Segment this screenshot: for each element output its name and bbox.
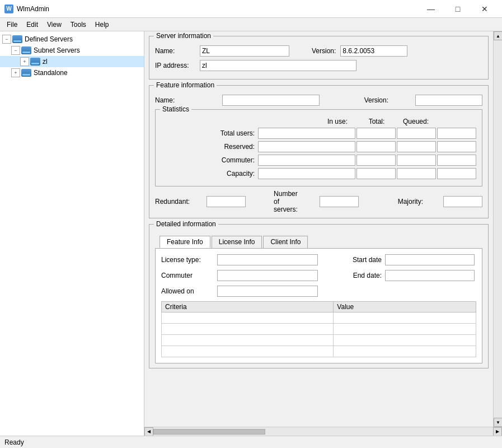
commuter-detail-label: Commuter [161,272,217,279]
scroll-track[interactable] [494,40,502,418]
feature-name-input[interactable] [222,95,320,106]
tab-content-feature-info: License type: Start date Commuter [155,248,482,363]
tree-item-zl[interactable]: + zl [0,56,144,67]
start-date-input[interactable] [385,254,475,265]
ip-input[interactable] [200,60,356,71]
right-panel-content: Server information Name: Version: IP add… [144,31,493,427]
allowed-on-label: Allowed on [161,287,217,295]
commuter-detail-row: Commuter End date: [161,270,476,281]
capacity-queued[interactable] [437,168,476,179]
version-label: Version: [312,47,336,55]
main-layout: − Defined Servers − Subnet Servers + zl [0,31,502,436]
tree-label-standalone: Standalone [34,69,68,77]
commuter-detail-input[interactable] [217,270,318,281]
menu-tools[interactable]: Tools [66,20,91,30]
feature-version-input[interactable] [415,95,482,106]
hscroll-track[interactable] [153,429,493,435]
majority-input[interactable] [443,196,482,207]
total-users-inuse[interactable] [356,128,396,139]
tab-license-info[interactable]: License Info [212,236,262,248]
table-row [162,312,476,324]
license-type-label: License type: [161,256,217,264]
tab-client-info[interactable]: Client Info [263,236,308,248]
tree-label-defined-servers: Defined Servers [25,35,73,43]
app-icon-letter: W [6,6,11,12]
tree-item-subnet-servers[interactable]: − Subnet Servers [0,45,144,56]
commuter-total[interactable] [397,155,436,166]
toggle-standalone[interactable]: + [11,68,20,77]
scroll-right-btn[interactable]: ▶ [493,427,502,436]
server-info-group: Server information Name: Version: IP add… [149,36,489,80]
reserved-total[interactable] [397,141,436,152]
server-name-label: Name: [155,47,200,55]
commuter-stats-label: Commuter: [161,156,258,164]
menu-edit[interactable]: Edit [22,20,43,30]
status-text: Ready [4,438,24,446]
end-date-label: End date: [340,272,385,279]
criteria-table-head: Criteria Value [162,302,476,312]
table-row [162,346,476,357]
menu-help[interactable]: Help [91,20,114,30]
feature-version-label: Version: [364,96,388,104]
allowed-on-row: Allowed on [161,286,476,297]
allowed-on-input[interactable] [217,286,318,297]
scroll-up-btn[interactable]: ▲ [494,31,502,40]
window-title: WlmAdmin [17,5,418,13]
right-panel-inner: Server information Name: Version: IP add… [144,31,502,427]
scroll-left-btn[interactable]: ◀ [144,427,153,436]
tree-item-defined-servers[interactable]: − Defined Servers [0,34,144,45]
server-icon-defined [12,35,22,43]
capacity-inuse[interactable] [356,168,396,179]
value-col-header: Value [334,302,476,312]
tree-label-zl: zl [43,58,48,66]
hscroll-thumb[interactable] [153,429,265,435]
tree-item-standalone[interactable]: + Standalone [0,67,144,78]
license-type-row: License type: Start date [161,254,476,265]
statistics-box: Statistics In use: Total: Queued: [155,109,482,186]
titlebar-controls: — □ ✕ [418,0,498,18]
commuter-queued[interactable] [437,155,476,166]
app-icon: W [4,4,13,13]
feature-info-title: Feature information [154,81,217,89]
reserved-main[interactable] [258,141,355,152]
stats-commuter-row: Commuter: [161,155,476,166]
total-users-queued[interactable] [437,128,476,139]
server-icon-zl [30,58,40,66]
detailed-info-group: Detailed information Feature Info Licens… [149,224,489,368]
server-icon-subnet [21,46,31,54]
reserved-queued[interactable] [437,141,476,152]
statusbar: Ready [0,436,502,448]
server-version-input[interactable] [340,45,407,57]
capacity-total[interactable] [397,168,436,179]
capacity-main[interactable] [258,168,355,179]
minimize-button[interactable]: — [418,0,444,18]
titlebar: W WlmAdmin — □ ✕ [0,0,502,18]
commuter-main[interactable] [258,155,355,166]
tab-feature-info[interactable]: Feature Info [159,236,210,248]
toggle-defined-servers[interactable]: − [2,35,11,44]
num-servers-input[interactable] [320,196,359,207]
horizontal-scrollbar[interactable]: ◀ ▶ [144,427,502,436]
license-type-input[interactable] [217,254,318,265]
reserved-label: Reserved: [161,143,258,151]
stats-reserved-row: Reserved: [161,141,476,152]
reserved-inuse[interactable] [356,141,396,152]
criteria-table: Criteria Value [161,301,476,357]
server-name-input[interactable] [200,45,289,57]
end-date-input[interactable] [385,270,475,281]
total-users-total[interactable] [397,128,436,139]
feature-name-row: Name: Version: [155,95,482,106]
close-button[interactable]: ✕ [472,0,498,18]
toggle-zl[interactable]: + [20,57,29,66]
stats-capacity-row: Capacity: [161,168,476,179]
commuter-inuse[interactable] [356,155,396,166]
menu-file[interactable]: File [2,20,22,30]
scroll-down-btn[interactable]: ▼ [494,418,502,427]
toggle-subnet-servers[interactable]: − [11,46,20,55]
vertical-scrollbar[interactable]: ▲ ▼ [493,31,502,427]
menu-view[interactable]: View [43,20,66,30]
total-users-main[interactable] [258,128,355,139]
maximize-button[interactable]: □ [445,0,471,18]
right-panel-wrapper: Server information Name: Version: IP add… [144,31,502,436]
redundant-input[interactable] [207,196,246,207]
